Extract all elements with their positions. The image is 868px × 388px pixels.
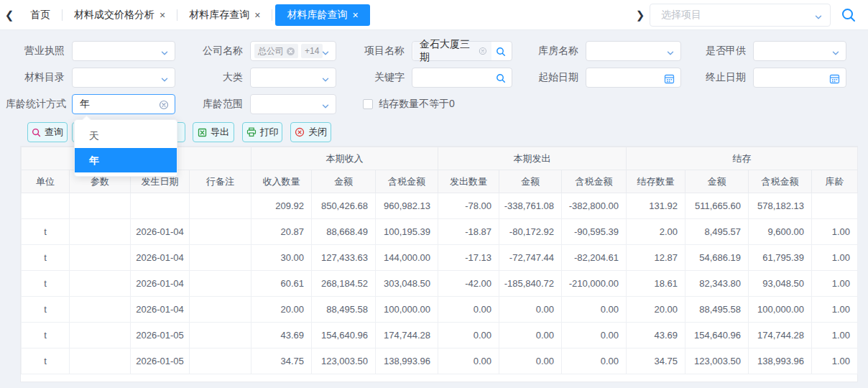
table-row[interactable]: t2026-01-0420.8788,668.49100,195.39-18.8… [22,219,858,245]
table-row[interactable]: t2026-01-0534.75123,003.50138,993.960.00… [22,348,858,374]
company-name-field: 公司名称 总公司 +14 [190,41,336,61]
chevron-down-icon [814,11,823,24]
column-header[interactable]: 含税金额 [376,170,438,193]
age-stat-method-input[interactable]: 年 [72,94,175,114]
company-name-select[interactable]: 总公司 +14 [250,41,336,61]
column-header[interactable]: 库龄 [812,170,858,193]
clear-icon[interactable] [479,47,487,55]
company-tag: 总公司 [254,44,298,58]
dropdown-option-年[interactable]: 年 [75,148,177,172]
export-button[interactable]: 导出 [193,122,234,142]
tab-close-icon[interactable]: × [254,10,260,20]
tab-close-icon[interactable]: × [160,10,165,20]
tab-close-icon[interactable]: × [352,10,358,20]
age-stat-method-dropdown: 天年 [74,119,177,177]
tabbar-right: ❯ 选择项目 [631,0,868,30]
table-cell: 1.00 [812,245,858,271]
table-cell [70,193,131,219]
print-button[interactable]: 打印 [242,122,282,142]
tabs-scroll-left-icon[interactable]: ❮ [0,9,19,22]
table-cell: 82,343.80 [685,271,749,297]
table-cell: 123,003.50 [685,348,749,374]
table-cell: 138,993.96 [376,348,438,374]
column-header[interactable]: 金额 [312,170,376,193]
table-cell: -382,800.00 [562,193,627,219]
column-header[interactable]: 行备注 [190,170,251,193]
column-header[interactable]: 单位 [22,170,70,193]
table-cell: -42.00 [438,271,499,297]
table-cell: 100,195.39 [376,219,438,245]
warehouse-name-field: 库房名称 [526,41,681,61]
table-row[interactable]: 209.92850,426.68960,982.13-78.00-338,761… [22,193,858,219]
table-cell [70,348,131,374]
tab-材料成交价格分析[interactable]: 材料成交价格分析× [63,4,177,26]
major-category-select[interactable] [250,68,336,88]
table-row[interactable]: t2026-01-0460.61268,184.52303,048.50-42.… [22,271,858,297]
age-range-select[interactable] [250,94,336,114]
column-header[interactable]: 发出数量 [438,170,499,193]
project-name-input[interactable]: 金石大厦三期 [412,41,512,61]
table-group-header: 结存 [627,147,858,170]
project-name-value: 金石大厦三期 [413,42,491,60]
end-date-input[interactable] [753,68,846,88]
query-button[interactable]: 查询 [27,122,68,142]
table-cell: 43.69 [627,323,685,348]
search-icon[interactable] [838,7,859,23]
table-cell: 123,003.50 [312,348,376,374]
calendar-icon[interactable] [829,73,840,87]
column-header[interactable]: 含税金额 [749,170,812,193]
clear-icon[interactable] [159,100,169,113]
material-catalog-select[interactable] [72,68,175,88]
table-row[interactable]: t2026-01-0430.00127,433.63144,000.00-17.… [22,245,858,271]
warehouse-name-select[interactable] [586,41,681,61]
column-header[interactable]: 结存数量 [627,170,685,193]
business-license-field: 营业执照 [6,41,175,61]
major-category-label: 大类 [190,71,250,84]
tag-close-icon[interactable] [287,47,295,55]
search-icon[interactable] [496,47,506,60]
table-cell: -210,000.00 [562,271,627,297]
tab-材料库存查询[interactable]: 材料库存查询× [177,4,272,26]
checkbox-icon[interactable] [363,99,373,109]
table-cell: 1.00 [812,219,858,245]
close-circle-icon [295,127,305,137]
table-cell: 18.61 [627,271,685,297]
table-cell: 2026-01-04 [131,219,190,245]
table-cell [812,193,858,219]
table-cell [70,271,131,297]
calendar-icon[interactable] [664,73,675,87]
age-stat-method-value: 年 [73,98,90,111]
table-cell [190,323,251,348]
table-cell: 209.92 [251,193,312,219]
business-license-label: 营业执照 [6,45,72,57]
nonzero-balance-label: 结存数量不等于0 [379,98,455,111]
tab-label: 材料成交价格分析 [74,9,154,22]
table-cell: 20.00 [627,297,685,323]
owner-supplied-select[interactable] [753,41,846,61]
column-header[interactable]: 金额 [499,170,562,193]
project-select[interactable]: 选择项目 [650,4,831,27]
table-cell: t [22,297,70,323]
table-row[interactable]: t2026-01-0420.0088,495.58100,000.000.000… [22,297,858,323]
column-header[interactable]: 含税金额 [562,170,627,193]
keyword-input[interactable] [412,68,512,88]
dropdown-option-天[interactable]: 天 [75,124,177,148]
table-cell: 131.92 [627,193,685,219]
column-header[interactable]: 金额 [685,170,749,193]
table-cell: 578,182.13 [749,193,812,219]
tab-材料库龄查询[interactable]: 材料库龄查询× [275,4,369,26]
business-license-select[interactable] [72,41,175,61]
start-date-input[interactable] [586,68,681,88]
table-cell: t [22,271,70,297]
table-cell: 850,426.68 [312,193,376,219]
column-header[interactable]: 收入数量 [251,170,312,193]
nonzero-balance-checkbox[interactable]: 结存数量不等于0 [363,94,455,114]
close-button[interactable]: 关闭 [290,122,331,142]
table-row[interactable]: t2026-01-0543.69154,640.96174,744.280.00… [22,323,858,348]
search-icon[interactable] [496,73,506,86]
table-cell: 138,993.96 [749,348,812,374]
tab-首页[interactable]: 首页 [19,4,62,26]
tabs-scroll-right-icon[interactable]: ❯ [631,9,650,22]
table-cell: t [22,245,70,271]
table-cell: 154,640.96 [312,323,376,348]
